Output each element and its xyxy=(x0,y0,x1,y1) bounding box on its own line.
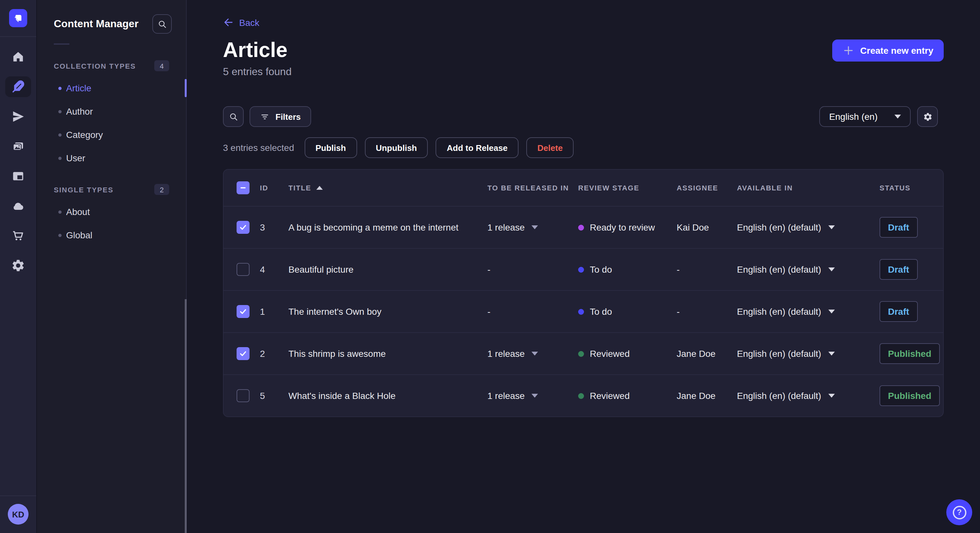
subnav-item-label: About xyxy=(66,206,90,217)
table-row[interactable]: 1 The internet's Own boy - To do - Engli… xyxy=(224,290,943,332)
col-id[interactable]: ID xyxy=(260,184,288,192)
cell-id: 3 xyxy=(260,222,288,233)
chevron-down-icon xyxy=(828,394,835,398)
cell-available-in[interactable]: English (en) (default) xyxy=(737,264,880,274)
create-new-entry-button[interactable]: Create new entry xyxy=(832,40,944,62)
subnav-item-label: User xyxy=(66,153,85,163)
release-label: 1 release xyxy=(487,390,525,401)
table-row[interactable]: 5 What's inside a Black Hole 1 release R… xyxy=(224,374,943,416)
section-count-badge: 2 xyxy=(154,184,169,195)
view-settings-icon[interactable] xyxy=(917,106,938,127)
subnav-item-category[interactable]: Category xyxy=(37,123,186,146)
table-body: 3 A bug is becoming a meme on the intern… xyxy=(224,206,943,416)
locale-label: English (en) (default) xyxy=(737,348,821,359)
stage-dot-icon xyxy=(578,266,584,272)
cell-available-in[interactable]: English (en) (default) xyxy=(737,222,880,233)
help-button[interactable]: ? xyxy=(946,499,972,525)
cell-available-in[interactable]: English (en) (default) xyxy=(737,390,880,401)
cell-status: Draft xyxy=(880,217,930,238)
strapi-logo[interactable] xyxy=(9,9,27,27)
status-badge: Draft xyxy=(880,259,918,280)
selection-count: 3 entries selected xyxy=(223,143,294,153)
filters-button[interactable]: Filters xyxy=(250,106,311,127)
cloud-icon[interactable] xyxy=(5,195,31,216)
table-row[interactable]: 2 This shrimp is awesome 1 release Revie… xyxy=(224,332,943,374)
row-checkbox[interactable] xyxy=(237,347,250,360)
chevron-down-icon xyxy=(828,225,835,229)
unpublish-button[interactable]: Unpublish xyxy=(364,137,428,158)
row-checkbox[interactable] xyxy=(237,305,250,318)
entries-table: ID TITLE TO BE RELEASED IN REVIEW STAGE … xyxy=(223,169,944,417)
status-badge: Draft xyxy=(880,217,918,238)
col-release[interactable]: TO BE RELEASED IN xyxy=(487,184,578,192)
cell-id: 2 xyxy=(260,348,288,359)
chevron-down-icon xyxy=(828,268,835,271)
subnav-item-author[interactable]: Author xyxy=(37,100,186,123)
col-title[interactable]: TITLE xyxy=(288,184,487,192)
cell-release[interactable]: 1 release xyxy=(487,390,578,401)
main-content: Back Article Create new entry 5 entries … xyxy=(187,0,980,533)
table-row[interactable]: 3 A bug is becoming a meme on the intern… xyxy=(224,206,943,248)
add-to-release-button[interactable]: Add to Release xyxy=(436,137,519,158)
back-label: Back xyxy=(239,17,259,27)
subnav-item-label: Author xyxy=(66,106,93,117)
bullet-icon xyxy=(58,156,62,160)
cell-release[interactable]: 1 release xyxy=(487,348,578,359)
bulk-actions-bar: 3 entries selected Publish Unpublish Add… xyxy=(223,137,944,158)
home-icon[interactable] xyxy=(5,47,31,67)
row-checkbox[interactable] xyxy=(237,389,250,402)
back-link[interactable]: Back xyxy=(223,17,259,28)
cell-id: 4 xyxy=(260,264,288,274)
publish-button[interactable]: Publish xyxy=(304,137,357,158)
cell-review-stage: Ready to review xyxy=(578,222,677,233)
subnav-item-label: Article xyxy=(66,83,91,93)
subnav-item-about[interactable]: About xyxy=(37,200,186,224)
select-all-checkbox[interactable] xyxy=(237,181,250,194)
delete-button[interactable]: Delete xyxy=(526,137,574,158)
toolbar: Filters English (en) xyxy=(223,106,944,127)
stage-label: Reviewed xyxy=(590,348,630,359)
images-icon[interactable] xyxy=(5,136,31,157)
layout-icon[interactable] xyxy=(5,166,31,187)
cart-icon[interactable] xyxy=(5,225,31,246)
cell-release[interactable]: - xyxy=(487,264,578,274)
locale-label: English (en) (default) xyxy=(737,306,821,317)
cell-available-in[interactable]: English (en) (default) xyxy=(737,306,880,317)
subnav-item-article[interactable]: Article xyxy=(37,76,186,100)
cell-review-stage: To do xyxy=(578,306,677,317)
cell-available-in[interactable]: English (en) (default) xyxy=(737,348,880,359)
subnav-item-label: Category xyxy=(66,130,103,140)
col-stage[interactable]: REVIEW STAGE xyxy=(578,184,677,192)
row-checkbox[interactable] xyxy=(237,263,250,276)
paper-plane-icon[interactable] xyxy=(5,106,31,127)
col-assignee[interactable]: ASSIGNEE xyxy=(677,184,737,192)
subnav-item-user[interactable]: User xyxy=(37,146,186,170)
cell-title: A bug is becoming a meme on the internet xyxy=(288,222,487,233)
subnav-item-label: Global xyxy=(66,230,92,240)
stage-label: To do xyxy=(590,264,612,274)
locale-label: English (en) (default) xyxy=(737,390,821,401)
col-status[interactable]: STATUS xyxy=(880,184,930,192)
gear-icon[interactable] xyxy=(5,255,31,276)
search-icon[interactable] xyxy=(152,14,172,34)
feather-icon[interactable] xyxy=(5,76,31,97)
col-available[interactable]: AVAILABLE IN xyxy=(737,184,880,192)
release-label: - xyxy=(487,264,490,274)
cell-release[interactable]: 1 release xyxy=(487,222,578,233)
section-count-badge: 4 xyxy=(154,60,169,71)
cell-assignee: - xyxy=(677,264,737,274)
locale-select[interactable]: English (en) xyxy=(819,106,911,127)
subnav-section: COLLECTION TYPES 4 Article Author Catego… xyxy=(37,55,186,170)
cell-status: Draft xyxy=(880,301,930,322)
search-icon[interactable] xyxy=(223,106,244,127)
bullet-icon xyxy=(58,133,62,136)
avatar[interactable]: KD xyxy=(8,504,29,525)
table-row[interactable]: 4 Beautiful picture - To do - English (e… xyxy=(224,248,943,290)
cell-review-stage: To do xyxy=(578,264,677,274)
cell-release[interactable]: - xyxy=(487,306,578,317)
row-checkbox[interactable] xyxy=(237,221,250,234)
cell-status: Draft xyxy=(880,259,930,280)
cell-assignee: Jane Doe xyxy=(677,390,737,401)
subnav-item-global[interactable]: Global xyxy=(37,224,186,247)
stage-dot-icon xyxy=(578,393,584,399)
